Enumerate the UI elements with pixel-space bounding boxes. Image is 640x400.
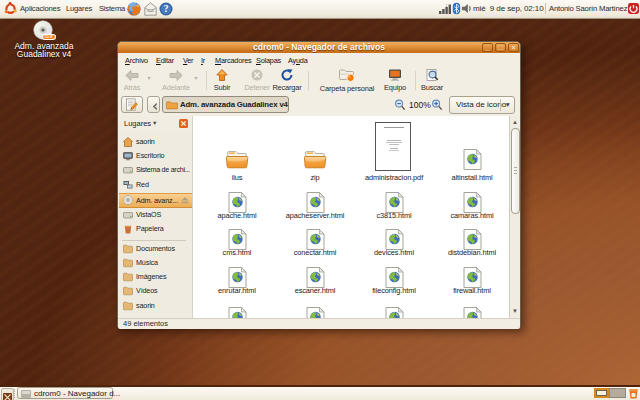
svg-text:?: ? (164, 4, 169, 14)
